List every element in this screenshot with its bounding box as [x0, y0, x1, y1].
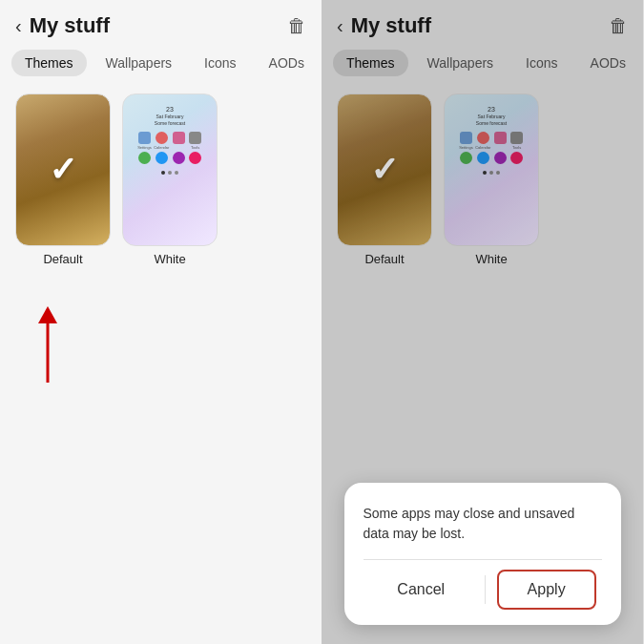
left-panel: ‹ My stuff 🗑 Themes Wallpapers Icons AOD… [0, 0, 322, 644]
svg-marker-1 [38, 306, 57, 323]
left-theme-grid: ✓ Default 23Sat FebruarySome forecast Se… [0, 86, 322, 274]
dialog-buttons: Cancel Apply [364, 559, 602, 610]
left-back-button[interactable]: ‹ [15, 15, 22, 37]
left-tab-themes[interactable]: Themes [11, 50, 87, 76]
left-tab-wallpapers[interactable]: Wallpapers [93, 50, 186, 76]
left-default-label: Default [43, 252, 82, 266]
left-mini-icons: Settings Calendar Tools [137, 132, 203, 165]
dialog-overlay: Some apps may close and unsaved data may… [322, 0, 643, 644]
dialog-message: Some apps may close and unsaved data may… [364, 504, 602, 544]
cancel-button[interactable]: Cancel [368, 571, 473, 608]
left-wp-status: 23Sat FebruarySome forecast [133, 106, 207, 126]
apply-button[interactable]: Apply [497, 570, 596, 610]
left-tab-icons[interactable]: Icons [191, 50, 249, 76]
left-default-theme[interactable]: ✓ Default [15, 93, 111, 266]
left-trash-icon[interactable]: 🗑 [287, 15, 306, 37]
left-checkmark-overlay: ✓ [16, 94, 110, 245]
left-tab-aods[interactable]: AODs [256, 50, 318, 76]
left-white-label: White [154, 252, 185, 266]
left-checkmark-icon: ✓ [49, 150, 77, 190]
left-dots-row [161, 171, 178, 175]
left-tabs: Themes Wallpapers Icons AODs [0, 46, 322, 86]
left-default-preview: ✓ [15, 93, 111, 246]
arrow-annotation [29, 306, 76, 396]
right-panel: ‹ My stuff 🗑 Themes Wallpapers Icons AOD… [322, 0, 643, 644]
left-white-preview: 23Sat FebruarySome forecast Settings Cal… [122, 93, 218, 246]
left-white-theme[interactable]: 23Sat FebruarySome forecast Settings Cal… [122, 93, 218, 266]
left-panel-title: My stuff [30, 13, 110, 38]
left-header: ‹ My stuff 🗑 [0, 0, 322, 46]
button-divider [485, 575, 486, 604]
confirmation-dialog: Some apps may close and unsaved data may… [344, 483, 621, 625]
left-header-left: ‹ My stuff [15, 13, 110, 38]
